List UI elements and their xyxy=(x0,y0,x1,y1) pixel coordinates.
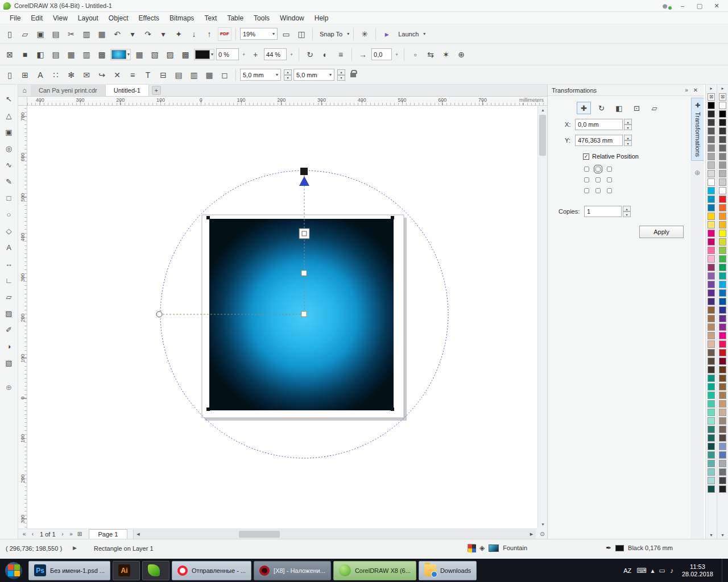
zoom-level-input[interactable] xyxy=(243,31,266,38)
palette-color[interactable] xyxy=(708,161,715,169)
offset-input[interactable] xyxy=(374,51,390,58)
no-fill-icon[interactable]: ⊠ xyxy=(3,48,16,61)
clock[interactable]: 11:53 28.02.2018 xyxy=(679,563,717,578)
copy-properties-icon[interactable]: ≡ xyxy=(334,48,348,61)
apply-button[interactable]: Apply xyxy=(639,226,684,238)
list-icon[interactable]: ≡ xyxy=(126,68,139,82)
taskbar-opera-button[interactable]: Отправленные - ... xyxy=(172,561,251,580)
grid-icon[interactable]: ⊞ xyxy=(18,68,32,82)
palette-color[interactable] xyxy=(719,221,726,228)
character-icon[interactable]: T xyxy=(141,68,155,82)
open-icon[interactable]: ▱ xyxy=(18,27,32,41)
outline-width-combo-a[interactable]: ▾ xyxy=(240,69,281,81)
quick-customize-icon[interactable]: ⊕ xyxy=(694,169,700,177)
palette-color[interactable] xyxy=(719,315,726,322)
no-color-well[interactable]: ⊠ xyxy=(719,93,726,101)
palette-color[interactable] xyxy=(719,323,726,331)
selection-handle[interactable] xyxy=(206,408,210,411)
anchor-checkbox[interactable] xyxy=(595,167,601,172)
palette-color[interactable] xyxy=(708,332,715,339)
dropdown-icon[interactable]: ▾ xyxy=(329,72,332,77)
dropdown-icon[interactable]: ▾ xyxy=(272,31,275,36)
show-desktop-button[interactable] xyxy=(722,559,726,582)
palette-color[interactable] xyxy=(708,383,715,390)
taskbar-downloads-button[interactable]: Downloads xyxy=(419,561,477,580)
vector-pattern-icon[interactable]: ▤ xyxy=(49,48,63,61)
rotate-fill-icon[interactable]: ↻ xyxy=(303,48,317,61)
undo-icon[interactable]: ↶ xyxy=(110,27,124,41)
welcome-home-icon[interactable]: ⌂ xyxy=(18,85,31,96)
spin-down-button[interactable]: ▾ xyxy=(624,124,632,130)
zoom-tool[interactable]: ◎ xyxy=(3,142,15,155)
keyboard-icon[interactable]: ⌨ xyxy=(636,567,646,575)
smooth-transition-icon[interactable]: ◐ xyxy=(318,48,332,61)
ruler-corner[interactable] xyxy=(18,97,27,106)
palette-color[interactable] xyxy=(708,221,715,228)
user-account-icon[interactable]: ☻ xyxy=(656,1,673,11)
position-icon[interactable]: ◻ xyxy=(218,68,231,82)
mail-icon[interactable]: ✉ xyxy=(80,68,93,82)
palette-color[interactable] xyxy=(719,153,726,160)
palette-color[interactable] xyxy=(719,409,726,416)
palette-color[interactable] xyxy=(708,357,715,365)
menu-item[interactable]: Text xyxy=(199,13,222,24)
palette-color[interactable] xyxy=(708,409,715,416)
texture-fill-icon[interactable]: ▩ xyxy=(95,48,109,61)
edit-fill-icon[interactable]: ✶ xyxy=(439,48,453,61)
no-color-well[interactable]: ⊠ xyxy=(708,93,715,101)
outline-width-input-b[interactable] xyxy=(296,72,322,78)
palette-color[interactable] xyxy=(708,485,715,493)
scrollbar-zoom-icon[interactable]: ⊙ xyxy=(537,529,547,539)
settings-export-icon[interactable]: ✻ xyxy=(64,68,78,82)
palette-color[interactable] xyxy=(719,375,726,382)
palette-color[interactable] xyxy=(719,298,726,305)
menu-item[interactable]: Edit xyxy=(26,13,48,24)
horizontal-ruler[interactable]: 4003002001000100200300400500600700 milli… xyxy=(27,97,547,106)
palette-color[interactable] xyxy=(708,230,715,237)
palette-color[interactable] xyxy=(719,443,726,450)
merge-mode-icon[interactable]: ▦ xyxy=(133,48,146,61)
fountain-fill-icon[interactable]: ◧ xyxy=(34,48,47,61)
status-expand-icon[interactable]: ▶ xyxy=(73,545,77,551)
palette-color[interactable] xyxy=(719,477,726,484)
rotate-tab[interactable]: ↻ xyxy=(594,102,609,114)
palette-color[interactable] xyxy=(708,272,715,280)
spin-up-button[interactable]: ▴ xyxy=(624,135,632,140)
copies-input[interactable] xyxy=(584,206,622,217)
palette-color[interactable] xyxy=(708,281,715,288)
interactive-fill-tool[interactable]: ◑ xyxy=(3,340,15,352)
palette-color[interactable] xyxy=(719,213,726,220)
palette-color[interactable] xyxy=(719,196,726,203)
add-page-icon[interactable]: ⊞ xyxy=(76,530,84,539)
spin-down-button[interactable]: ▾ xyxy=(337,75,345,81)
direction-arrow-icon[interactable] xyxy=(299,176,309,186)
size-tab[interactable]: ⊡ xyxy=(630,102,644,114)
add-tool-button[interactable]: ⊕ xyxy=(3,381,15,393)
palette-color[interactable] xyxy=(719,485,726,493)
scroll-left-icon[interactable]: ◀ xyxy=(134,530,142,539)
node-color-picker[interactable]: ▾ xyxy=(194,49,214,60)
merge-mode-icon[interactable]: ▨ xyxy=(163,48,177,61)
bitmap-pattern-icon[interactable]: ▦ xyxy=(64,48,78,61)
palette-color[interactable] xyxy=(708,298,715,305)
minimize-button[interactable]: – xyxy=(675,1,690,11)
midpoint-step-button[interactable]: + xyxy=(288,48,295,61)
first-page-button[interactable]: « xyxy=(20,530,28,539)
palette-color[interactable] xyxy=(708,196,715,203)
document-palette-icon[interactable] xyxy=(468,544,475,552)
page-export-icon[interactable]: ↪ xyxy=(95,68,109,82)
gradient-node-outer[interactable] xyxy=(299,228,309,239)
transparency-tool[interactable]: ▨ xyxy=(3,307,15,319)
transparency-step-button[interactable]: + xyxy=(241,48,247,61)
palette-color[interactable] xyxy=(719,460,726,467)
freehand-tool[interactable]: ∿ xyxy=(3,159,15,171)
palette-color[interactable] xyxy=(708,204,715,211)
page-tab[interactable]: Page 1 xyxy=(89,529,128,539)
palette-color[interactable] xyxy=(719,289,726,297)
palette-color[interactable] xyxy=(708,153,715,160)
polygon-tool[interactable]: ◇ xyxy=(3,225,15,237)
palette-color[interactable] xyxy=(719,238,726,246)
shape-tool[interactable]: △ xyxy=(3,109,15,122)
palette-color[interactable] xyxy=(719,392,726,399)
launch-label[interactable]: Launch xyxy=(398,31,419,38)
